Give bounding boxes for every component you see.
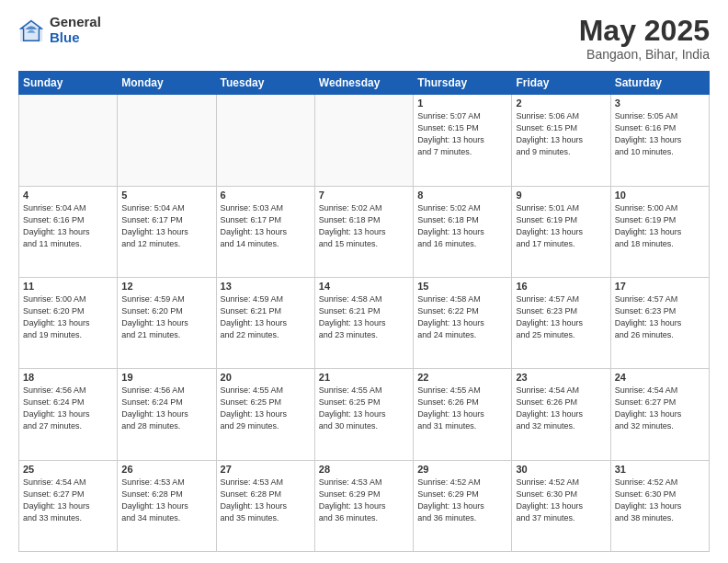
day-number: 26 <box>121 464 211 475</box>
col-tuesday: Tuesday <box>216 72 314 95</box>
day-info: Sunrise: 5:02 AM Sunset: 6:18 PM Dayligh… <box>319 202 409 250</box>
day-number: 29 <box>417 464 507 475</box>
table-row: 13Sunrise: 4:59 AM Sunset: 6:21 PM Dayli… <box>216 277 314 368</box>
calendar-week-row: 1Sunrise: 5:07 AM Sunset: 6:15 PM Daylig… <box>19 95 710 186</box>
day-info: Sunrise: 5:05 AM Sunset: 6:16 PM Dayligh… <box>615 110 705 158</box>
day-number: 30 <box>516 464 606 475</box>
day-info: Sunrise: 4:56 AM Sunset: 6:24 PM Dayligh… <box>121 385 211 432</box>
day-number: 21 <box>319 372 409 383</box>
col-saturday: Saturday <box>610 72 709 95</box>
calendar-week-row: 11Sunrise: 5:00 AM Sunset: 6:20 PM Dayli… <box>19 277 710 368</box>
table-row: 16Sunrise: 4:57 AM Sunset: 6:23 PM Dayli… <box>512 277 610 368</box>
table-row: 23Sunrise: 4:54 AM Sunset: 6:26 PM Dayli… <box>512 369 610 460</box>
table-row: 18Sunrise: 4:56 AM Sunset: 6:24 PM Dayli… <box>19 369 118 460</box>
calendar-week-row: 18Sunrise: 4:56 AM Sunset: 6:24 PM Dayli… <box>19 369 710 460</box>
calendar-table: Sunday Monday Tuesday Wednesday Thursday… <box>18 71 710 552</box>
table-row <box>314 95 413 186</box>
col-friday: Friday <box>512 72 610 95</box>
table-row: 22Sunrise: 4:55 AM Sunset: 6:26 PM Dayli… <box>414 369 512 460</box>
day-number: 10 <box>615 190 705 201</box>
day-number: 16 <box>516 281 606 292</box>
day-number: 28 <box>319 464 409 475</box>
day-info: Sunrise: 4:56 AM Sunset: 6:24 PM Dayligh… <box>23 385 113 432</box>
day-number: 18 <box>23 372 113 383</box>
table-row: 1Sunrise: 5:07 AM Sunset: 6:15 PM Daylig… <box>414 95 512 186</box>
page: General Blue May 2025 Bangaon, Bihar, In… <box>0 0 728 563</box>
table-row: 28Sunrise: 4:53 AM Sunset: 6:29 PM Dayli… <box>314 460 413 551</box>
day-info: Sunrise: 5:00 AM Sunset: 6:20 PM Dayligh… <box>23 293 113 341</box>
day-number: 2 <box>516 98 606 109</box>
table-row <box>19 95 118 186</box>
table-row: 26Sunrise: 4:53 AM Sunset: 6:28 PM Dayli… <box>118 460 216 551</box>
day-info: Sunrise: 4:54 AM Sunset: 6:27 PM Dayligh… <box>23 477 113 524</box>
col-wednesday: Wednesday <box>314 72 413 95</box>
day-number: 19 <box>121 372 211 383</box>
day-info: Sunrise: 4:59 AM Sunset: 6:21 PM Dayligh… <box>221 293 311 341</box>
logo-text: General Blue <box>50 15 101 45</box>
day-number: 22 <box>417 372 507 383</box>
day-info: Sunrise: 4:58 AM Sunset: 6:22 PM Dayligh… <box>417 293 507 341</box>
day-info: Sunrise: 4:54 AM Sunset: 6:26 PM Dayligh… <box>516 385 606 432</box>
location: Bangaon, Bihar, India <box>579 47 710 62</box>
day-number: 25 <box>23 464 113 475</box>
table-row: 2Sunrise: 5:06 AM Sunset: 6:15 PM Daylig… <box>512 95 610 186</box>
table-row: 25Sunrise: 4:54 AM Sunset: 6:27 PM Dayli… <box>19 460 118 551</box>
table-row: 8Sunrise: 5:02 AM Sunset: 6:18 PM Daylig… <box>414 186 512 277</box>
table-row: 20Sunrise: 4:55 AM Sunset: 6:25 PM Dayli… <box>216 369 314 460</box>
table-row: 7Sunrise: 5:02 AM Sunset: 6:18 PM Daylig… <box>314 186 413 277</box>
logo-general-text: General <box>50 15 101 30</box>
day-info: Sunrise: 4:55 AM Sunset: 6:25 PM Dayligh… <box>221 385 311 432</box>
table-row: 17Sunrise: 4:57 AM Sunset: 6:23 PM Dayli… <box>610 277 709 368</box>
day-number: 3 <box>615 98 705 109</box>
day-info: Sunrise: 4:58 AM Sunset: 6:21 PM Dayligh… <box>319 293 409 341</box>
day-info: Sunrise: 5:07 AM Sunset: 6:15 PM Dayligh… <box>417 110 507 158</box>
table-row: 11Sunrise: 5:00 AM Sunset: 6:20 PM Dayli… <box>19 277 118 368</box>
day-number: 27 <box>221 464 311 475</box>
day-number: 23 <box>516 372 606 383</box>
col-thursday: Thursday <box>414 72 512 95</box>
title-block: May 2025 Bangaon, Bihar, India <box>579 15 710 62</box>
month-title: May 2025 <box>579 15 710 47</box>
day-info: Sunrise: 4:55 AM Sunset: 6:26 PM Dayligh… <box>417 385 507 432</box>
day-info: Sunrise: 4:53 AM Sunset: 6:29 PM Dayligh… <box>319 477 409 524</box>
day-info: Sunrise: 5:00 AM Sunset: 6:19 PM Dayligh… <box>615 202 705 250</box>
day-number: 15 <box>417 281 507 292</box>
table-row: 15Sunrise: 4:58 AM Sunset: 6:22 PM Dayli… <box>414 277 512 368</box>
day-info: Sunrise: 5:06 AM Sunset: 6:15 PM Dayligh… <box>516 110 606 158</box>
day-info: Sunrise: 4:52 AM Sunset: 6:30 PM Dayligh… <box>516 477 606 524</box>
day-number: 5 <box>121 190 211 201</box>
day-info: Sunrise: 4:53 AM Sunset: 6:28 PM Dayligh… <box>121 477 211 524</box>
calendar-header-row: Sunday Monday Tuesday Wednesday Thursday… <box>19 72 710 95</box>
day-number: 6 <box>221 190 311 201</box>
table-row: 24Sunrise: 4:54 AM Sunset: 6:27 PM Dayli… <box>610 369 709 460</box>
day-number: 7 <box>319 190 409 201</box>
table-row: 14Sunrise: 4:58 AM Sunset: 6:21 PM Dayli… <box>314 277 413 368</box>
day-info: Sunrise: 5:04 AM Sunset: 6:16 PM Dayligh… <box>23 202 113 250</box>
table-row: 27Sunrise: 4:53 AM Sunset: 6:28 PM Dayli… <box>216 460 314 551</box>
table-row: 6Sunrise: 5:03 AM Sunset: 6:17 PM Daylig… <box>216 186 314 277</box>
table-row: 21Sunrise: 4:55 AM Sunset: 6:25 PM Dayli… <box>314 369 413 460</box>
day-number: 12 <box>121 281 211 292</box>
day-info: Sunrise: 5:03 AM Sunset: 6:17 PM Dayligh… <box>221 202 311 250</box>
day-info: Sunrise: 4:55 AM Sunset: 6:25 PM Dayligh… <box>319 385 409 432</box>
table-row: 29Sunrise: 4:52 AM Sunset: 6:29 PM Dayli… <box>414 460 512 551</box>
day-number: 20 <box>221 372 311 383</box>
day-info: Sunrise: 4:57 AM Sunset: 6:23 PM Dayligh… <box>615 293 705 341</box>
table-row: 4Sunrise: 5:04 AM Sunset: 6:16 PM Daylig… <box>19 186 118 277</box>
day-number: 14 <box>319 281 409 292</box>
table-row <box>216 95 314 186</box>
day-info: Sunrise: 4:52 AM Sunset: 6:30 PM Dayligh… <box>615 477 705 524</box>
day-info: Sunrise: 4:53 AM Sunset: 6:28 PM Dayligh… <box>221 477 311 524</box>
logo-icon <box>18 17 44 43</box>
day-info: Sunrise: 4:57 AM Sunset: 6:23 PM Dayligh… <box>516 293 606 341</box>
day-number: 8 <box>417 190 507 201</box>
table-row <box>118 95 216 186</box>
day-number: 17 <box>615 281 705 292</box>
logo-blue-text: Blue <box>50 30 101 46</box>
day-number: 11 <box>23 281 113 292</box>
col-monday: Monday <box>118 72 216 95</box>
day-number: 9 <box>516 190 606 201</box>
table-row: 12Sunrise: 4:59 AM Sunset: 6:20 PM Dayli… <box>118 277 216 368</box>
calendar-week-row: 4Sunrise: 5:04 AM Sunset: 6:16 PM Daylig… <box>19 186 710 277</box>
table-row: 19Sunrise: 4:56 AM Sunset: 6:24 PM Dayli… <box>118 369 216 460</box>
